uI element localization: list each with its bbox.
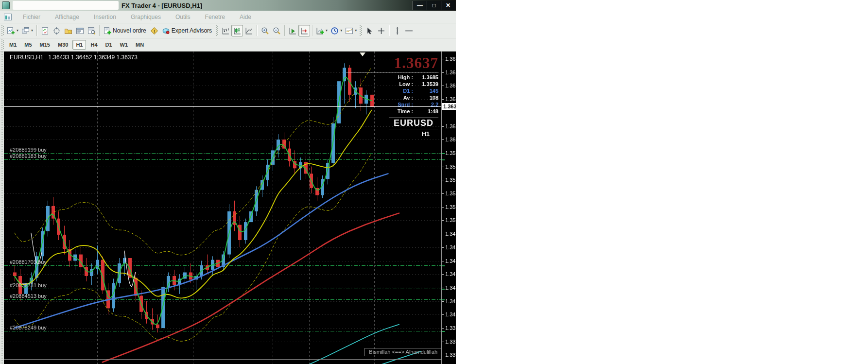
profiles-button[interactable]: ▾ <box>20 25 35 36</box>
horizontal-line-button[interactable] <box>403 25 415 36</box>
data-window-icon <box>87 27 96 35</box>
chart-line-button[interactable] <box>243 25 255 36</box>
info-value: 1.3539 <box>413 81 438 87</box>
price-tick-label: 1.346 <box>445 258 456 264</box>
menu-fichier[interactable]: Fichier <box>16 12 48 22</box>
menu-insertion[interactable]: Insertion <box>87 12 123 22</box>
menu-graphiques[interactable]: Graphiques <box>123 12 168 22</box>
tick-chart-button[interactable] <box>39 25 51 36</box>
scale-tick <box>442 72 444 73</box>
info-value: 2.2 <box>413 101 438 108</box>
price-tick-label: 1.352 <box>445 204 456 210</box>
price-tick-label: 1.355 <box>445 177 456 183</box>
expert-advisors-button[interactable]: Expert Advisors <box>160 25 214 36</box>
menu-affichage[interactable]: Affichage <box>48 12 87 22</box>
indicators-button[interactable]: ▾ <box>314 25 329 36</box>
toolbar-grip[interactable] <box>1 25 4 36</box>
templates-icon <box>345 27 353 35</box>
menu-outils[interactable]: Outils <box>168 12 198 22</box>
symbol-period-label: EURUSD,H1 <box>10 54 43 61</box>
title-bar[interactable]: FX Trader 4 - [EURUSD,H1] —□✕ <box>0 0 456 11</box>
scale-tick <box>442 139 444 140</box>
cursor-button[interactable] <box>364 25 375 36</box>
chart-bars-button[interactable] <box>220 25 231 36</box>
screenshot-stage: FX Trader 4 - [EURUSD,H1] —□✕ FichierAff… <box>0 0 868 364</box>
info-label: Sprd : <box>390 101 413 108</box>
templates-button[interactable]: ▾ <box>344 25 358 36</box>
price-tick-label: 1.367 <box>445 69 456 75</box>
zoom-in-icon <box>261 27 269 35</box>
price-tick-label: 1.340 <box>445 312 456 317</box>
caret-down-icon[interactable]: ▾ <box>340 29 342 33</box>
timeframe-mn-button[interactable]: MN <box>132 40 147 50</box>
order-level-tick <box>442 159 445 160</box>
zoom-in-button[interactable] <box>259 25 271 36</box>
auto-scroll-button[interactable] <box>287 25 298 36</box>
timeframe-w1-button[interactable]: W1 <box>117 40 132 50</box>
info-row: Time :1:48 <box>346 108 438 115</box>
chart-shift-button[interactable] <box>298 25 310 36</box>
price-tick-label: 1.336 <box>445 352 456 358</box>
expert-advisors-icon <box>162 27 170 35</box>
toolbar-grip[interactable] <box>1 39 4 50</box>
close-button[interactable]: ✕ <box>441 1 455 10</box>
scale-tick <box>442 193 444 194</box>
scale-tick <box>442 288 444 288</box>
timeframe-m5-button[interactable]: M5 <box>21 40 35 50</box>
info-label: Time : <box>390 108 413 115</box>
price-tick-label: 1.354 <box>445 191 456 196</box>
favorites-button[interactable] <box>62 25 74 36</box>
price-tick-label: 1.366 <box>445 83 456 88</box>
horizontal-line-icon <box>405 27 413 35</box>
toolbar-separator <box>99 25 100 36</box>
caret-down-icon[interactable]: ▾ <box>355 29 357 33</box>
minimize-button[interactable]: — <box>413 1 427 10</box>
chart-plot[interactable]: EURUSD,H11.36433 1.36452 1.36349 1.36373… <box>4 52 441 364</box>
caret-down-icon[interactable]: ▾ <box>31 29 33 33</box>
caret-down-icon[interactable]: ▾ <box>17 29 18 33</box>
chart-shift-icon <box>300 27 309 35</box>
timeframe-h4-button[interactable]: H4 <box>87 40 101 50</box>
timeframe-m30-button[interactable]: M30 <box>54 40 71 50</box>
new-chart-button[interactable]: ▾ <box>5 25 20 36</box>
periods-button[interactable]: ▾ <box>329 25 344 36</box>
vertical-line-button[interactable] <box>391 25 403 36</box>
menu-aide[interactable]: Aide <box>232 12 259 22</box>
scale-tick <box>442 314 444 315</box>
data-window-button[interactable] <box>86 25 97 36</box>
maximize-button[interactable]: □ <box>427 1 441 10</box>
toolbar-grip[interactable] <box>216 25 218 36</box>
scale-tick <box>442 207 444 208</box>
svg-text:!: ! <box>154 28 155 33</box>
chart-candles-icon <box>233 27 242 35</box>
period-label: H1 <box>346 130 438 138</box>
zoom-out-button[interactable] <box>271 25 282 36</box>
scale-tick <box>442 99 444 100</box>
crosshair-mode-button[interactable] <box>51 25 62 36</box>
info-row: Sprd :2.2 <box>346 101 438 108</box>
chart-area: EURUSD,H11.36433 1.36452 1.36349 1.36373… <box>0 52 456 364</box>
crosshair-tool-button[interactable] <box>375 25 387 36</box>
dock-grip-strip[interactable] <box>0 52 4 364</box>
chart-candles-button[interactable] <box>231 25 243 36</box>
current-price-box: 1.363 <box>442 103 456 110</box>
toolbar-grip[interactable] <box>360 25 362 36</box>
caret-down-icon[interactable]: ▾ <box>326 29 328 33</box>
timeframe-m15-button[interactable]: M15 <box>36 40 53 50</box>
price-scale[interactable]: 1.3691.3671.3661.3641.3611.3601.3581.357… <box>441 52 456 364</box>
new-order-button[interactable]: Nouvel ordre <box>102 25 149 36</box>
symbol-label: EURUSD <box>389 118 438 129</box>
timeframe-d1-button[interactable]: D1 <box>102 40 116 50</box>
market-watch-button[interactable] <box>74 25 86 36</box>
crosshair-tool-icon <box>377 27 385 35</box>
timeframe-m1-button[interactable]: M1 <box>6 40 20 50</box>
metaeditor-button[interactable]: ! <box>149 25 160 36</box>
big-price-label: 1.3637 <box>346 55 438 70</box>
order-level-tick <box>442 289 445 290</box>
scale-tick <box>442 86 444 86</box>
info-value: 145 <box>413 87 438 94</box>
timeframe-h1-button[interactable]: H1 <box>72 40 86 50</box>
ohlc-values: 1.36433 1.36452 1.36349 1.36373 <box>48 54 138 61</box>
menu-fenetre[interactable]: Fenetre <box>198 12 232 22</box>
scale-tick <box>442 274 444 275</box>
